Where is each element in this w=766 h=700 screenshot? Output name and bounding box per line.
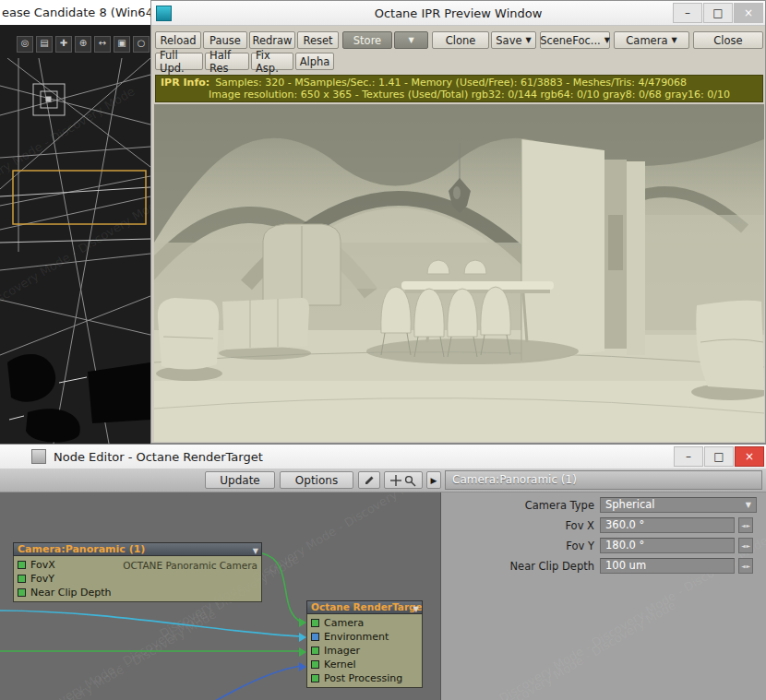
button-label: Save (496, 34, 521, 47)
maximize-button[interactable]: □ (703, 3, 733, 23)
stepper-right-icon: ► (747, 563, 751, 569)
button-label: Reload (160, 34, 196, 47)
ipr-render-image[interactable] (154, 104, 764, 442)
ipr-info-line1: Samples: 320 - MSamples/Sec.: 1.41 - Mem… (215, 77, 687, 89)
pin-post-processing[interactable] (311, 674, 319, 682)
button-label: Camera (626, 34, 667, 47)
button-label: Fix Asp. (256, 49, 289, 75)
render-target-node-body: Camera Environment Imager Kernel Post Pr… (306, 614, 423, 688)
pin-fovy[interactable] (18, 575, 26, 583)
fov-x-label: Fov X (441, 517, 594, 534)
close-ipr-button[interactable]: Close (693, 31, 763, 49)
pin-label: Imager (324, 645, 360, 657)
full-update-button[interactable]: Full Upd. (155, 53, 203, 70)
background-app-title: ease Candidate 8 (Win64 (2, 6, 152, 19)
stepper-left-icon: ◄ (741, 522, 746, 528)
node-editor-toolbar: Update Options ▶ Camera:Panoramic (1) (0, 469, 766, 492)
background-app-titlebar[interactable]: ease Candidate 8 (Win64 (0, 0, 152, 26)
fix-aspect-button[interactable]: Fix Asp. (251, 53, 293, 70)
wireframe-graphic (0, 58, 150, 444)
camera-icon[interactable]: ◎ (17, 36, 33, 53)
fov-x-field[interactable]: 360.0 ° (600, 517, 735, 533)
button-label: Update (220, 474, 259, 487)
button-label: Full Upd. (160, 49, 198, 75)
watermark-text: Discovery Mode - Discovery Mode - Discov… (441, 598, 678, 700)
redraw-button[interactable]: Redraw (249, 31, 295, 49)
camera-node-tag: OCTANE Panoramic Camera (123, 560, 257, 571)
store-button[interactable]: Store (342, 31, 392, 49)
pin-kernel[interactable] (311, 660, 319, 669)
dropdown-arrow-icon: ▼ (604, 37, 610, 44)
fov-y-field[interactable]: 180.0 ° (600, 538, 735, 553)
grid-icon[interactable]: ▣ (114, 36, 130, 53)
move-icon[interactable]: ✚ (55, 36, 72, 53)
update-button[interactable]: Update (205, 471, 275, 489)
zoom-icon[interactable]: ○ (133, 36, 150, 53)
layout-viewport[interactable]: ◎ ▤ ✚ ⊕ ↔ ▣ ○ (0, 25, 150, 444)
near-clip-depth-field[interactable]: 100 um (600, 558, 735, 574)
button-label: SceneFoc... (540, 34, 601, 47)
properties-header[interactable]: Camera:Panoramic (1) (445, 470, 762, 490)
collapse-icon[interactable]: ▼ (253, 545, 258, 556)
edit-pen-button[interactable] (358, 471, 380, 489)
play-button[interactable]: ▶ (426, 471, 441, 489)
pin-near-clip-depth[interactable] (18, 588, 26, 597)
close-button[interactable]: × (734, 3, 763, 23)
node-editor-titlebar[interactable]: Node Editor - Octane RenderTarget – □ × (0, 445, 766, 469)
alpha-button[interactable]: Alpha (295, 53, 334, 70)
button-label: Pause (209, 34, 241, 47)
list-icon[interactable]: ▤ (36, 36, 53, 53)
node-editor-icon (31, 449, 46, 464)
pin-fovx[interactable] (18, 561, 26, 569)
near-clip-depth-stepper[interactable]: ◄ ► (738, 558, 753, 574)
button-label: Options (295, 474, 338, 487)
collapse-icon[interactable]: ▼ (413, 603, 419, 614)
pan-zoom-icon (389, 474, 417, 487)
save-button[interactable]: Save▼ (491, 31, 536, 49)
node-editor-window: Node Editor - Octane RenderTarget – □ × … (0, 444, 766, 700)
camera-node-header[interactable]: Camera:Panoramic (1) ▼ (13, 542, 262, 556)
dropdown-arrow-icon: ▼ (671, 37, 676, 44)
ipr-titlebar[interactable]: Octane IPR Preview Window – □ × (151, 1, 765, 26)
clone-button[interactable]: Clone (432, 31, 489, 49)
scene-focus-button[interactable]: SceneFoc...▼ (540, 31, 610, 49)
half-res-button[interactable]: Half Res (205, 53, 249, 70)
pan-icon[interactable]: ↔ (94, 36, 111, 53)
ipr-preview-window: Octane IPR Preview Window – □ × Reload P… (150, 0, 766, 444)
play-icon: ▶ (431, 476, 437, 485)
close-button[interactable]: × (735, 446, 764, 467)
render-target-node[interactable]: Octane RenderTarget ▼ Camera Environment… (306, 600, 423, 688)
pin-imager[interactable] (311, 647, 319, 655)
node-editor-window-controls: – □ × (674, 446, 764, 467)
pause-button[interactable]: Pause (203, 31, 247, 49)
dropdown-arrow-icon: ▼ (408, 37, 413, 44)
maximize-button[interactable]: □ (704, 446, 734, 467)
fov-y-value: 180.0 ° (605, 539, 644, 552)
ipr-info-line2: Image resolution: 650 x 365 - Textures (… (161, 89, 758, 101)
node-graph-canvas[interactable]: Discovery Mode - Discovery Mode - Discov… (0, 492, 441, 700)
fov-x-stepper[interactable]: ◄ ► (738, 517, 753, 533)
button-label: Close (713, 34, 742, 47)
minimize-button[interactable]: – (673, 3, 702, 23)
fov-y-label: Fov Y (441, 538, 594, 554)
pin-camera[interactable] (311, 619, 319, 627)
options-button[interactable]: Options (280, 471, 353, 489)
ipr-info-label: IPR Info: (161, 77, 209, 89)
store-dropdown-button[interactable]: ▼ (394, 31, 428, 49)
camera-type-dropdown[interactable]: ▼ Spherical (600, 497, 757, 513)
camera-type-label: Camera Type (441, 497, 594, 514)
button-label: Store (353, 34, 381, 47)
camera-select-button[interactable]: Camera▼ (614, 31, 689, 49)
render-target-node-header[interactable]: Octane RenderTarget ▼ (306, 600, 423, 614)
reload-button[interactable]: Reload (155, 31, 201, 49)
pan-zoom-button[interactable] (384, 471, 423, 489)
fov-x-value: 360.0 ° (605, 518, 644, 531)
minimize-button[interactable]: – (674, 446, 703, 467)
fov-y-stepper[interactable]: ◄ ► (738, 538, 753, 553)
dropdown-arrow-icon: ▼ (746, 498, 751, 512)
camera-panoramic-node[interactable]: Camera:Panoramic (1) ▼ FovX OCTANE Panor… (13, 542, 262, 602)
rotate-icon[interactable]: ⊕ (75, 36, 91, 53)
reset-button[interactable]: Reset (297, 31, 339, 49)
pin-environment[interactable] (311, 633, 319, 641)
pin-label: Post Processing (324, 672, 402, 684)
